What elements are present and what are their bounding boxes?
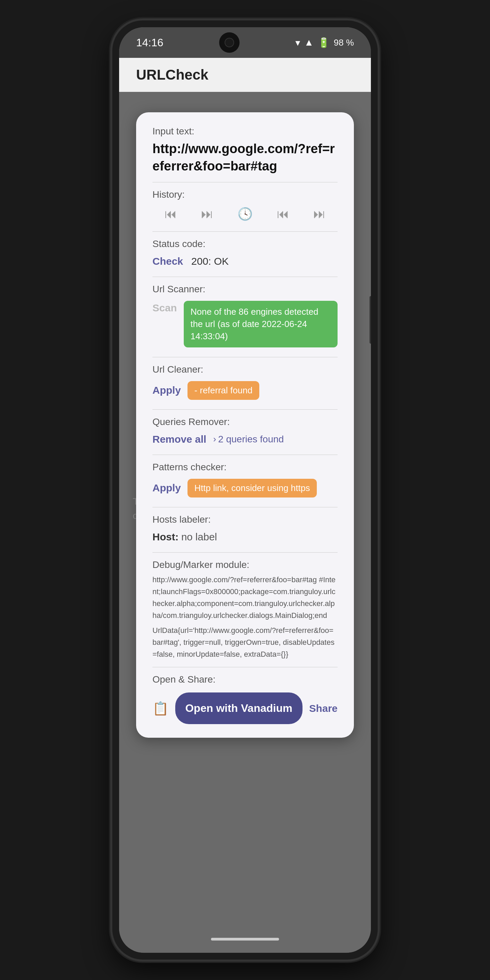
battery-icon: 🔋 xyxy=(318,37,330,48)
app-bar: URLCheck xyxy=(119,58,371,92)
url-cleaner-label: Url Cleaner: xyxy=(153,364,337,375)
apply-cleaner-button[interactable]: Apply xyxy=(153,385,181,396)
status-icons: ▾ ▲ 🔋 98 % xyxy=(295,37,354,48)
home-bar[interactable] xyxy=(211,938,279,940)
status-code-section: Status code: Check 200: OK xyxy=(153,239,337,270)
divider-5 xyxy=(153,409,337,410)
rewind-step-button[interactable]: ⏭ xyxy=(201,207,213,221)
rewind-fast-button[interactable]: ⏮ xyxy=(165,207,177,221)
phone-frame: 14:16 ▾ ▲ 🔋 98 % URLCheck This app has b… xyxy=(112,21,378,959)
debug-text-2: UrlData{url='http://www.google.com/?ref=… xyxy=(153,624,337,660)
patterns-checker-section: Patterns checker: Apply Http link, consi… xyxy=(153,462,337,500)
scanner-result: None of the 86 engines detected the url … xyxy=(184,301,337,347)
host-label: Host: xyxy=(153,531,179,543)
divider-6 xyxy=(153,455,337,455)
app-title: URLCheck xyxy=(136,67,208,83)
scanner-row: Scan None of the 86 engines detected the… xyxy=(153,298,337,350)
wifi-icon: ▾ xyxy=(295,37,300,48)
input-url: http://www.google.com/?ref=referrer&foo=… xyxy=(153,140,337,175)
battery-text: 98 % xyxy=(334,37,354,48)
camera-dot xyxy=(224,38,234,47)
input-section: Input text: http://www.google.com/?ref=r… xyxy=(153,126,337,175)
host-value: no label xyxy=(181,531,217,543)
debug-section: Debug/Marker module: http://www.google.c… xyxy=(153,559,337,660)
divider-8 xyxy=(153,552,337,553)
debug-text-1: http://www.google.com/?ref=referrer&foo=… xyxy=(153,574,337,622)
hosts-label: Hosts labeler: xyxy=(153,514,337,525)
hosts-row: Host: no label xyxy=(153,528,337,546)
hosts-labeler-section: Hosts labeler: Host: no label xyxy=(153,514,337,546)
status-time: 14:16 xyxy=(136,37,163,49)
home-indicator xyxy=(119,926,371,953)
status-code-value: 200: OK xyxy=(191,256,229,267)
patterns-label: Patterns checker: xyxy=(153,462,337,473)
url-scanner-label: Url Scanner: xyxy=(153,284,337,295)
divider-2 xyxy=(153,231,337,232)
camera-notch xyxy=(219,32,240,53)
queries-found-text: 2 queries found xyxy=(218,434,284,445)
divider-7 xyxy=(153,507,337,508)
main-content: This app has been linked to url link it,… xyxy=(119,92,371,926)
url-scanner-section: Url Scanner: Scan None of the 86 engines… xyxy=(153,284,337,350)
share-button[interactable]: Share xyxy=(309,703,337,714)
divider-3 xyxy=(153,277,337,277)
status-code-label: Status code: xyxy=(153,239,337,250)
queries-row: Remove all › 2 queries found xyxy=(153,431,337,448)
volume-button[interactable] xyxy=(369,296,371,344)
open-vanadium-button[interactable]: Open with Vanadium xyxy=(175,692,302,724)
signal-icon: ▲ xyxy=(304,37,314,48)
queries-remover-section: Queries Remover: Remove all › 2 queries … xyxy=(153,417,337,448)
history-section: History: ⏮ ⏭ 🕓 ⏮ ⏭ xyxy=(153,189,337,224)
phone-screen: 14:16 ▾ ▲ 🔋 98 % URLCheck This app has b… xyxy=(119,27,371,953)
open-share-label: Open & Share: xyxy=(153,674,337,685)
patterns-row: Apply Http link, consider using https xyxy=(153,476,337,500)
history-controls: ⏮ ⏭ 🕓 ⏮ ⏭ xyxy=(153,204,337,224)
forward-fast-button[interactable]: ⏭ xyxy=(313,207,326,221)
patterns-result: Http link, consider using https xyxy=(188,479,317,498)
debug-label: Debug/Marker module: xyxy=(153,559,337,570)
clock-button[interactable]: 🕓 xyxy=(237,207,253,221)
scan-button[interactable]: Scan xyxy=(153,301,177,314)
status-bar: 14:16 ▾ ▲ 🔋 98 % xyxy=(119,27,371,58)
chevron-right-icon: › xyxy=(213,434,216,444)
open-share-section: Open & Share: 📋 Open with Vanadium Share xyxy=(153,674,337,724)
cleaner-result: - referral found xyxy=(188,381,259,400)
open-share-row: 📋 Open with Vanadium Share xyxy=(153,688,337,724)
apply-patterns-button[interactable]: Apply xyxy=(153,482,181,494)
url-cleaner-section: Url Cleaner: Apply - referral found xyxy=(153,364,337,402)
cleaner-row: Apply - referral found xyxy=(153,379,337,402)
queries-remover-label: Queries Remover: xyxy=(153,417,337,427)
history-label: History: xyxy=(153,189,337,200)
status-code-row: Check 200: OK xyxy=(153,253,337,270)
divider-9 xyxy=(153,667,337,667)
remove-all-button[interactable]: Remove all xyxy=(153,434,206,445)
queries-found-link[interactable]: › 2 queries found xyxy=(213,434,284,445)
divider-4 xyxy=(153,357,337,357)
input-label: Input text: xyxy=(153,126,337,137)
forward-step-button[interactable]: ⏮ xyxy=(277,207,289,221)
copy-icon-button[interactable]: 📋 xyxy=(153,701,169,716)
check-button[interactable]: Check xyxy=(153,256,183,267)
dialog-card: Input text: http://www.google.com/?ref=r… xyxy=(136,112,354,738)
